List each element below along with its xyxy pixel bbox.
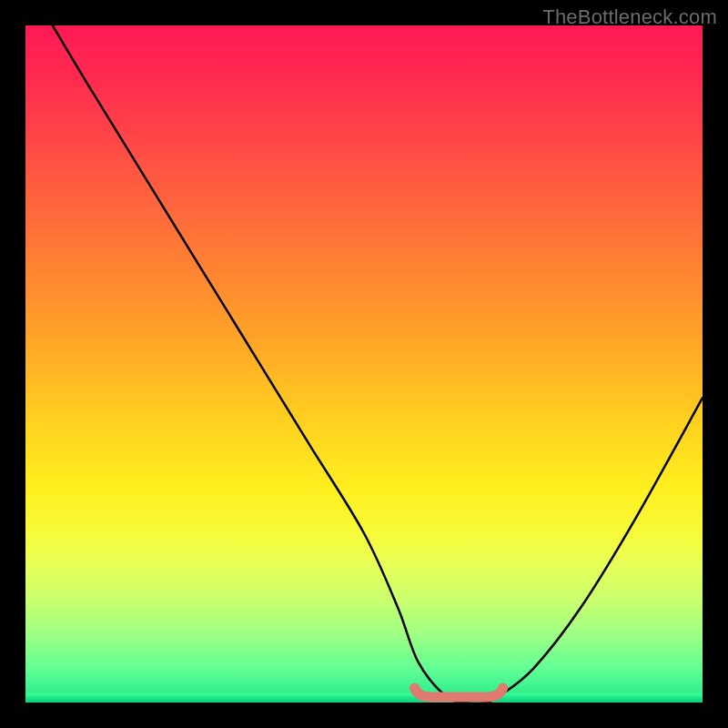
watermark-text: TheBottleneck.com <box>542 5 717 29</box>
flat-minimum-highlight <box>415 688 503 697</box>
chart-frame: TheBottleneck.com <box>0 0 728 728</box>
bottleneck-curve <box>53 25 703 703</box>
plot-area <box>25 25 703 703</box>
curve-layer <box>25 25 703 703</box>
